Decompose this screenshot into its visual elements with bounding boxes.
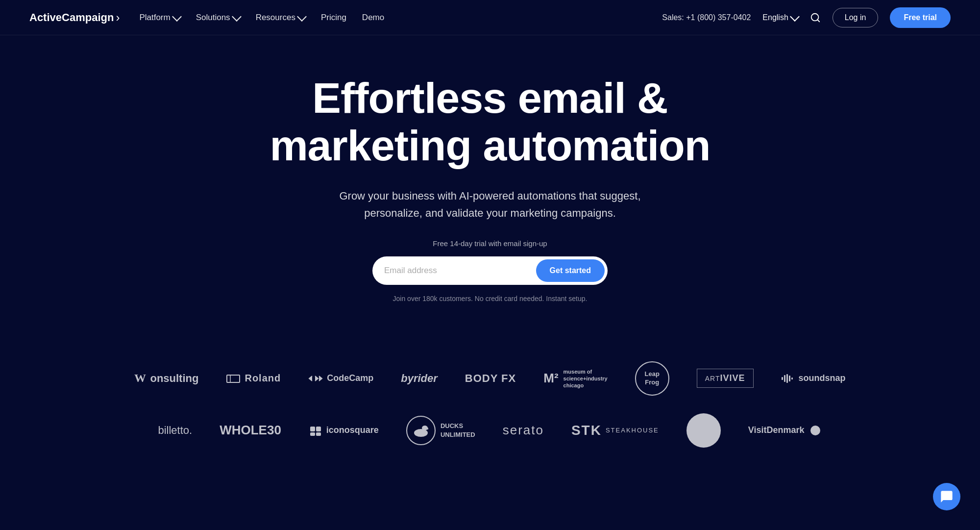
email-input[interactable]	[384, 266, 536, 276]
social-proof: Join over 180k customers. No credit card…	[393, 295, 588, 303]
svg-rect-6	[784, 375, 785, 382]
svg-rect-3	[227, 375, 240, 382]
svg-rect-11	[316, 427, 321, 431]
hero-subtitle: Grow your business with AI-powered autom…	[323, 187, 657, 222]
logo-codecamp: CodeCamp	[308, 373, 373, 384]
nav-links: Platform Solutions Resources Pricing Dem…	[139, 13, 384, 23]
logos-row-2: billetto. WHOLE30 iconosquare	[39, 413, 941, 448]
nav-label-platform: Platform	[139, 13, 170, 23]
sales-number: Sales: +1 (800) 357-0402	[662, 13, 751, 22]
logo-billetto: billetto.	[158, 424, 192, 437]
hero-section: Effortless email & marketing automation …	[0, 35, 980, 332]
svg-rect-9	[791, 378, 793, 379]
language-selector[interactable]: English	[762, 13, 798, 22]
logo-roland: Roland	[226, 373, 281, 384]
nav-label-solutions: Solutions	[196, 13, 230, 23]
logo-iconosquare: iconosquare	[309, 425, 379, 436]
nav-item-pricing[interactable]: Pricing	[321, 13, 346, 23]
visitdenmark-icon	[808, 425, 822, 436]
navbar: ActiveCampaign › Platform Solutions Reso…	[0, 0, 980, 35]
logo-byrider: byrider	[401, 372, 438, 385]
svg-rect-10	[310, 427, 315, 431]
nav-item-solutions[interactable]: Solutions	[196, 13, 240, 23]
logo-stk: STK STEAKHOUSE	[571, 423, 659, 438]
chevron-down-icon	[790, 12, 800, 22]
brand-name: ActiveCampaign	[29, 11, 114, 24]
chat-button[interactable]	[933, 483, 960, 510]
nav-label-pricing: Pricing	[321, 13, 346, 23]
login-button[interactable]: Log in	[833, 8, 879, 27]
soundsnap-icon	[781, 373, 795, 384]
logos-section: W onsulting Roland CodeCamp byrider	[0, 332, 980, 485]
chevron-down-icon	[232, 12, 242, 22]
logo-soundsnap: soundsnap	[781, 373, 846, 384]
nav-label-demo: Demo	[362, 13, 384, 23]
chat-icon	[940, 490, 954, 504]
chevron-down-icon	[297, 12, 307, 22]
trial-label: Free 14-day trial with email sign-up	[433, 239, 547, 248]
logo-bodyfx: BODY FX	[465, 372, 516, 385]
svg-rect-5	[782, 377, 783, 380]
hero-title: Effortless email & marketing automation	[255, 75, 725, 170]
brand-arrow: ›	[116, 11, 120, 25]
nav-right: Sales: +1 (800) 357-0402 English Log in …	[662, 7, 951, 28]
logo-wonsulting: W onsulting	[134, 372, 198, 385]
svg-text:W: W	[134, 373, 146, 384]
codecamp-icon	[308, 373, 323, 384]
logo-serato: serato	[503, 423, 544, 438]
svg-rect-13	[316, 432, 321, 436]
nav-left: ActiveCampaign › Platform Solutions Reso…	[29, 11, 384, 25]
language-label: English	[762, 13, 788, 22]
svg-rect-12	[310, 432, 315, 436]
free-trial-button[interactable]: Free trial	[890, 7, 951, 28]
svg-rect-7	[786, 374, 788, 383]
logo-whole30: WHOLE30	[220, 423, 281, 438]
nav-item-resources[interactable]: Resources	[256, 13, 305, 23]
brand-logo[interactable]: ActiveCampaign ›	[29, 11, 120, 25]
logo-leapfrog: Leap Frog	[635, 361, 669, 396]
nav-item-platform[interactable]: Platform	[139, 13, 180, 23]
get-started-button[interactable]: Get started	[536, 259, 605, 282]
search-icon	[810, 12, 821, 23]
roland-icon	[226, 373, 241, 384]
iconosquare-icon	[309, 425, 322, 436]
logos-row-1: W onsulting Roland CodeCamp byrider	[39, 361, 941, 396]
wonsulting-w-icon: W	[134, 373, 148, 384]
logo-visitdenmark: VisitDenmark	[748, 425, 822, 436]
search-button[interactable]	[810, 12, 821, 23]
duck-icon	[412, 423, 430, 438]
logo-artivive: ARTIVIVE	[697, 369, 754, 388]
email-form: Get started	[372, 256, 608, 285]
nav-label-resources: Resources	[256, 13, 295, 23]
logo-ducks-unlimited: DUCKSUNLIMITED	[406, 416, 475, 445]
logo-msi: M² museum ofscience+industrychicago	[543, 368, 608, 389]
svg-rect-8	[789, 376, 790, 381]
nav-item-demo[interactable]: Demo	[362, 13, 384, 23]
logo-sundance: sundanceinstitute	[686, 413, 721, 448]
svg-line-1	[817, 20, 819, 22]
chevron-down-icon	[172, 12, 182, 22]
